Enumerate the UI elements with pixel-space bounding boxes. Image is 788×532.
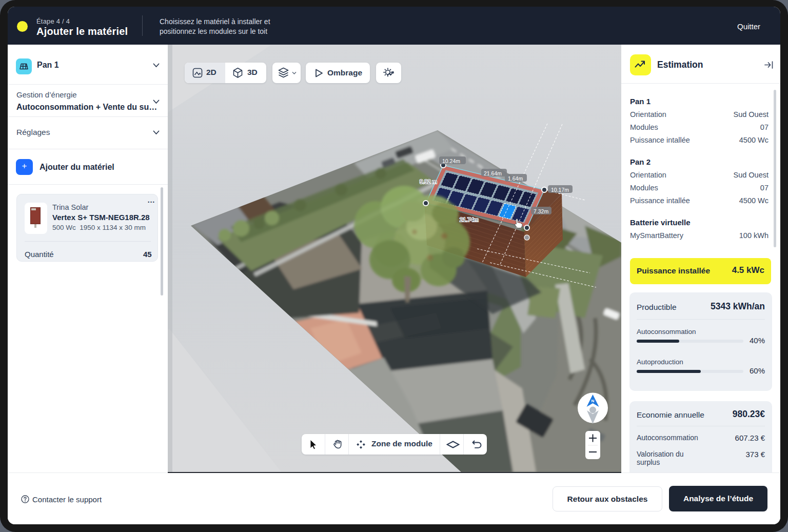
- svg-text:10.17m: 10.17m: [551, 187, 569, 193]
- svg-text:1.64m: 1.64m: [508, 175, 523, 182]
- svg-text:10.24m: 10.24m: [442, 158, 460, 164]
- svg-text:21.64m: 21.64m: [484, 170, 502, 176]
- svg-text:9.92 m: 9.92 m: [420, 179, 437, 185]
- svg-text:21.74m: 21.74m: [460, 216, 479, 223]
- svg-text:N: N: [592, 399, 595, 403]
- svg-text:7.32m: 7.32m: [534, 208, 548, 214]
